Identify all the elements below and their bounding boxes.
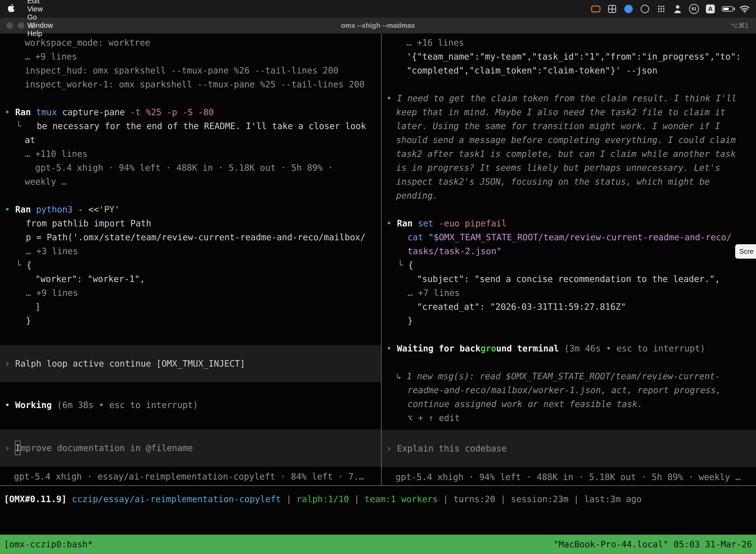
dots-grid-icon[interactable] [656, 3, 666, 15]
input-source-icon[interactable]: A [705, 3, 715, 15]
terminal-line: inspect_worker-1: omx sparkshell --tmux-… [0, 77, 381, 91]
terminal-line: ] [0, 300, 381, 314]
terminal-line: is in progress? It seems likely but perh… [382, 161, 756, 175]
prompt-input-line[interactable]: › Explain this codebase [382, 430, 756, 467]
terminal-line: • Working (6m 38s • esc to interrupt) [0, 398, 381, 412]
window-titlebar: omx --xhigh --madmax ⌥⌘1 [0, 18, 756, 34]
menu-item-edit[interactable]: Edit [21, 0, 59, 5]
screen-recording-icon[interactable] [591, 3, 601, 15]
terminal-line: '{"team_name":"my-team","task_id":"1","f… [382, 50, 756, 63]
terminal-line: ↳ 1 new msg(s): read $OMX_TEAM_STATE_ROO… [382, 369, 756, 383]
terminal-line: inspect_hud: omx sparkshell --tmux-pane … [0, 63, 381, 77]
screenshot-notification[interactable]: Scre [735, 244, 756, 259]
terminal-line: … +16 lines [382, 36, 756, 50]
menu-item-help[interactable]: Help [21, 30, 59, 38]
silhouette-icon[interactable] [673, 3, 683, 15]
terminal-pane-left[interactable]: workspace_mode: worktree… +9 linesinspec… [0, 34, 381, 485]
menu-bar-status-icons: 61A [591, 3, 756, 15]
terminal-line: at [0, 133, 381, 147]
omx-status-line: [OMX#0.11.9] cczip/essay/ai-reimplementa… [0, 492, 756, 506]
terminal-line: gpt-5.4 xhigh · essay/ai-reimplementatio… [0, 469, 381, 484]
terminal-line: • Ran set -euo pipefail [382, 216, 756, 230]
prompt-input-line[interactable]: › Ralph loop active continue [OMX_TMUX_I… [0, 345, 381, 382]
terminal-line: "worker": "worker-1", [0, 272, 381, 286]
terminal-line: … +9 lines [0, 286, 381, 300]
dark-app-icon[interactable] [640, 3, 650, 15]
window-grid-icon[interactable] [607, 3, 617, 15]
meter-icon[interactable]: 61 [689, 3, 699, 15]
tmux-status-bar: [omx-cczip0:bash* "MacBook-Pro-44.local"… [0, 535, 756, 554]
terminal-line: • Waiting for background terminal (3m 46… [382, 341, 756, 355]
prompt-input-line[interactable]: › Improve documentation in @filename [0, 429, 381, 466]
terminal-line: … +3 lines [0, 244, 381, 258]
terminal-line: … +9 lines [0, 50, 381, 63]
tmux-session-label: [omx-cczip0:bash* [4, 539, 93, 549]
terminal-line: • Ran tmux capture-pane -t %25 -p -S -80 [0, 105, 381, 119]
terminal-line: } [382, 314, 756, 328]
terminal-line: readme-and-reco/mailbox/worker-1.json, a… [382, 383, 756, 397]
terminal-line: "created_at": "2026-03-31T11:59:27.816Z" [382, 300, 756, 314]
terminal-line: └ be necessary for the end of the README… [0, 119, 381, 133]
terminal-window: workspace_mode: worktree… +9 linesinspec… [0, 34, 756, 554]
menu-bar: SlackFileEditViewGoWindowHelp 61A [0, 0, 756, 18]
menu-item-window[interactable]: Window [21, 21, 59, 30]
terminal-line: should send a message before completing … [382, 133, 756, 147]
terminal-line: from pathlib import Path [0, 216, 381, 230]
terminal-line: inspect task2's JSON, focusing on the st… [382, 175, 756, 189]
terminal-line: later. Using the same for transition mig… [382, 119, 756, 133]
terminal-line: workspace_mode: worktree [0, 36, 381, 50]
window-title: omx --xhigh --madmax [0, 18, 756, 33]
menu-bar-left: SlackFileEditViewGoWindowHelp [0, 0, 59, 18]
menu-items: SlackFileEditViewGoWindowHelp [21, 0, 59, 38]
battery-icon[interactable] [722, 3, 733, 15]
terminal-line: "completed","claim_token":"claim-token"}… [382, 63, 756, 77]
terminal-line: tasks/task-2.json" [382, 244, 756, 258]
terminal-line: • I need to get the claim token from the… [382, 91, 756, 105]
apple-menu[interactable] [0, 4, 21, 14]
terminal-line: • Ran python3 - <<'PY' [0, 203, 381, 216]
terminal-line: └ { [0, 258, 381, 272]
terminal-line: continue assigned work or next feasible … [382, 397, 756, 411]
terminal-line: ⌥ + ↑ edit [382, 411, 756, 425]
terminal-line: └ { [382, 258, 756, 272]
apple-logo-icon [8, 4, 15, 14]
wifi-icon[interactable] [740, 3, 750, 15]
menu-item-view[interactable]: View [21, 5, 59, 13]
terminal-line: weekly … [0, 175, 381, 189]
terminal-line: } [0, 314, 381, 328]
window-shortcut-badge: ⌥⌘1 [731, 21, 749, 30]
terminal-line: gpt-5.4 xhigh · 94% left · 488K in · 5.1… [382, 470, 756, 484]
terminal-line: pending. [382, 189, 756, 203]
terminal-pane-right[interactable]: … +16 lines'{"team_name":"my-team","task… [382, 34, 756, 485]
terminal-line: cat "$OMX_TEAM_STATE_ROOT/team/review-cu… [382, 230, 756, 244]
menu-item-go[interactable]: Go [21, 13, 59, 21]
terminal-line: "subject": "send a concise recommendatio… [382, 272, 756, 286]
terminal-line: p = Path('.omx/state/team/review-current… [0, 230, 381, 244]
tmux-host-time-label: "MacBook-Pro-44.local" 05:03 31-Mar-26 [553, 539, 752, 549]
terminal-line: keep that in mind. Maybe I also need the… [382, 105, 756, 119]
terminal-line: … +110 lines [0, 147, 381, 161]
terminal-line: … +7 lines [382, 286, 756, 300]
terminal-line: task2 after task1 is complete, but can I… [382, 147, 756, 161]
blue-app-icon[interactable] [624, 3, 633, 15]
tmux-panes: workspace_mode: worktree… +9 linesinspec… [0, 34, 756, 486]
terminal-line: gpt-5.4 xhigh · 94% left · 488K in · 5.1… [0, 161, 381, 175]
